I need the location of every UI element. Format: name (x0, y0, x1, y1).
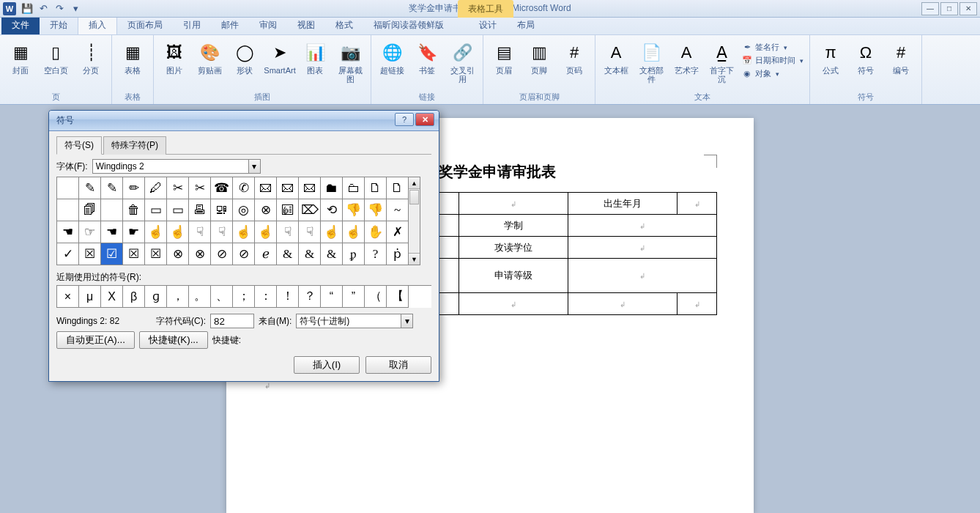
illust-btn-5[interactable]: 📷 屏幕截图 (334, 40, 366, 85)
text-btn-3[interactable]: A̲ 首字下沉 (705, 40, 738, 85)
sym-btn-2[interactable]: # 编号 (885, 40, 917, 76)
symbol-cell[interactable]: ☒ (145, 243, 167, 265)
charcode-input[interactable] (210, 314, 254, 328)
symbol-cell[interactable]: 🖊 (145, 177, 167, 199)
symbol-cell[interactable]: ☝ (255, 221, 277, 243)
hf-btn-0[interactable]: ▤ 页眉 (488, 40, 520, 76)
symbol-cell[interactable]: ᵱ (343, 243, 365, 265)
symbol-cell[interactable]: 🗋 (387, 177, 409, 199)
qat-save[interactable]: 💾 (19, 1, 35, 16)
pages-btn-0[interactable]: ▦ 封面 (4, 40, 37, 76)
illust-btn-2[interactable]: ◯ 形状 (229, 40, 261, 76)
symbol-cell[interactable]: ☒ (123, 243, 145, 265)
dialog-titlebar[interactable]: 符号 ? ✕ (49, 111, 439, 131)
qat-redo[interactable]: ↷ (51, 1, 67, 16)
recent-symbol-cell[interactable]: ” (343, 286, 365, 308)
symbol-cell[interactable]: ☛ (123, 221, 145, 243)
chevron-down-icon[interactable]: ▾ (248, 160, 260, 173)
symbol-cell[interactable]: ✎ (101, 177, 123, 199)
recent-symbol-cell[interactable]: ɡ (145, 286, 167, 308)
recent-symbol-cell[interactable]: ！ (277, 286, 299, 308)
tab-table-design[interactable]: 设计 (469, 16, 507, 34)
symbol-cell[interactable]: ☒ (79, 243, 101, 265)
symbol-cell[interactable]: 👎 (365, 199, 387, 221)
symbol-cell[interactable]: ☚ (57, 221, 79, 243)
symbol-cell[interactable]: ✓ (57, 243, 79, 265)
scroll-up-icon[interactable]: ▲ (409, 177, 420, 189)
symbol-cell[interactable]: & (321, 243, 343, 265)
autocorrect-button[interactable]: 自动更正(A)... (56, 331, 135, 349)
tab-pagelayout[interactable]: 页面布局 (117, 16, 173, 34)
symbol-cell[interactable]: ▭ (167, 199, 189, 221)
symbol-cell[interactable]: 🗋 (365, 177, 387, 199)
symbol-cell[interactable]: ☟ (189, 221, 211, 243)
symbol-cell[interactable]: ☟ (277, 221, 299, 243)
recent-symbol-cell[interactable]: “ (321, 286, 343, 308)
symbol-cell[interactable]: ☝ (145, 221, 167, 243)
text-small-1[interactable]: 📅日期和时间▾ (740, 54, 805, 67)
qat-undo[interactable]: ↶ (35, 1, 51, 16)
tab-mail[interactable]: 邮件 (211, 16, 249, 34)
tab-symbols[interactable]: 符号(S) (56, 136, 102, 155)
symbol-cell[interactable]: ☝ (343, 221, 365, 243)
symbol-cell[interactable]: 🖿 (321, 177, 343, 199)
symbol-cell[interactable]: ✗ (387, 221, 409, 243)
text-btn-0[interactable]: A 文本框 (600, 40, 632, 85)
tab-file[interactable]: 文件 (1, 16, 40, 34)
symbol-cell[interactable]: ☚ (101, 221, 123, 243)
symbol-cell[interactable]: & (299, 243, 321, 265)
recent-symbol-cell[interactable]: × (57, 286, 79, 308)
symbol-cell[interactable]: 🗟 (277, 199, 299, 221)
symbol-cell[interactable]: 🖂 (277, 177, 299, 199)
tab-foxit[interactable]: 福昕阅读器领鲜版 (363, 16, 454, 34)
recent-symbol-cell[interactable]: ？ (299, 286, 321, 308)
insert-button[interactable]: 插入(I) (294, 356, 360, 374)
hf-btn-1[interactable]: ▥ 页脚 (523, 40, 555, 76)
sym-btn-0[interactable]: π 公式 (814, 40, 847, 76)
symbol-cell[interactable]: ☝ (233, 221, 255, 243)
pages-btn-2[interactable]: ┊ 分页 (75, 40, 107, 76)
symbol-cell[interactable]: 🖶 (189, 199, 211, 221)
qat-customize[interactable]: ▾ (67, 1, 83, 16)
window-maximize[interactable]: □ (940, 2, 958, 15)
symbol-cell[interactable]: ~ (387, 199, 409, 221)
pages-btn-1[interactable]: ▯ 空白页 (40, 40, 72, 76)
symbol-cell[interactable]: ⊘ (233, 243, 255, 265)
symbol-cell[interactable]: 👎 (343, 199, 365, 221)
symbol-cell[interactable]: ⊗ (255, 199, 277, 221)
tab-table-layout[interactable]: 布局 (507, 16, 545, 34)
recent-symbol-cell[interactable]: ： (255, 286, 277, 308)
recent-symbol-cell[interactable]: Χ (101, 286, 123, 308)
recent-symbol-cell[interactable]: β (123, 286, 145, 308)
symbol-cell[interactable]: ◎ (233, 199, 255, 221)
table-btn-0[interactable]: ▦ 表格 (116, 40, 149, 76)
symbol-cell[interactable]: ⌦ (299, 199, 321, 221)
tab-references[interactable]: 引用 (173, 16, 211, 34)
recent-symbol-cell[interactable]: 【 (387, 286, 409, 308)
text-small-2[interactable]: ◉对象▾ (740, 67, 805, 80)
symbol-cell[interactable]: ? (365, 243, 387, 265)
recent-symbol-cell[interactable]: μ (79, 286, 101, 308)
symbol-cell[interactable]: ✆ (233, 177, 255, 199)
from-combo[interactable]: 符号(十进制) ▾ (296, 314, 413, 328)
symbol-cell[interactable]: ✋ (365, 221, 387, 243)
symbol-cell[interactable]: ⟲ (321, 199, 343, 221)
shortcut-button[interactable]: 快捷键(K)... (139, 331, 208, 349)
text-btn-1[interactable]: 📄 文档部件 (635, 40, 667, 85)
symbol-cell[interactable]: ✂ (189, 177, 211, 199)
symbol-cell[interactable]: ✏ (123, 177, 145, 199)
illust-btn-4[interactable]: 📊 图表 (299, 40, 331, 76)
scroll-down-icon[interactable]: ▼ (409, 253, 420, 265)
recent-symbol-cell[interactable]: ， (167, 286, 189, 308)
recent-symbol-cell[interactable]: （ (365, 286, 387, 308)
links-btn-0[interactable]: 🌐 超链接 (376, 40, 408, 76)
tab-insert[interactable]: 插入 (78, 15, 117, 34)
dialog-help-button[interactable]: ? (395, 113, 414, 126)
symbol-cell[interactable]: ℯ (255, 243, 277, 265)
window-close[interactable]: ✕ (959, 2, 977, 15)
symbol-cell[interactable]: 🖂 (299, 177, 321, 199)
cancel-button[interactable]: 取消 (365, 356, 431, 374)
symbol-cell[interactable]: 🖂 (255, 177, 277, 199)
hf-btn-2[interactable]: # 页码 (558, 40, 590, 76)
symbol-cell[interactable]: ✂ (167, 177, 189, 199)
